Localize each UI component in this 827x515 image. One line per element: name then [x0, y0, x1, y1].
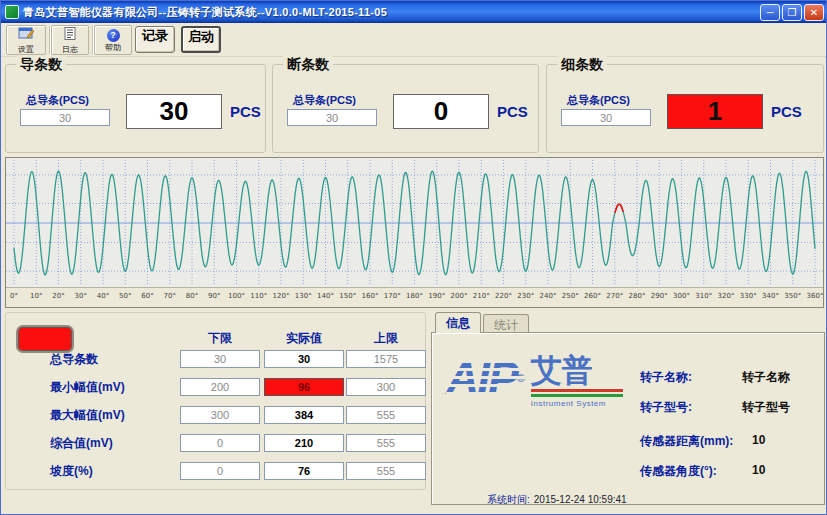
info-tab-content: AIP® 艾普 Instrument System 转子名称: 转子名称 转子型…	[431, 332, 825, 505]
fail-indicator-led	[16, 325, 74, 353]
x-axis-tick-label: 250°	[562, 292, 579, 300]
minimize-button-icon[interactable]: ─	[760, 4, 780, 21]
x-axis-tick-label: 20°	[52, 292, 64, 300]
record-button[interactable]: 记录	[135, 26, 175, 53]
actual-value-header: 实际值	[264, 330, 344, 347]
settings-button[interactable]: 设置	[6, 25, 46, 55]
upper-limit-cell[interactable]: 1575	[346, 350, 426, 368]
settings-icon	[18, 26, 34, 44]
toolbar: 设置 日志 ? 帮助 记录 启动	[1, 23, 827, 57]
toolbar-separator	[49, 26, 50, 54]
x-axis-tick-label: 180°	[406, 292, 423, 300]
actual-value-cell: 76	[264, 462, 344, 480]
results-panel: 下限 实际值 上限 总导条数 30 30 1575 最小幅值(mV) 200 9…	[5, 312, 426, 490]
help-icon: ?	[107, 29, 120, 42]
x-axis-tick-label: 40°	[97, 292, 109, 300]
help-button[interactable]: ? 帮助	[94, 25, 132, 55]
tab-info[interactable]: 信息	[435, 312, 481, 333]
actual-value-cell: 96	[264, 378, 344, 396]
upper-limit-cell[interactable]: 300	[346, 378, 426, 396]
actual-value-cell: 30	[264, 350, 344, 368]
actual-value-cell: 210	[264, 434, 344, 452]
x-axis-tick-strip: 0°10°20°30°40°50°60°70°80°90°100°110°120…	[6, 289, 823, 307]
broken-bar-group: 断条数 总导条(PCS) 0 PCS	[272, 64, 539, 153]
lower-limit-cell[interactable]: 300	[180, 406, 260, 424]
x-axis-tick-label: 130°	[295, 292, 312, 300]
x-axis-tick-label: 150°	[339, 292, 356, 300]
x-axis-tick-label: 260°	[584, 292, 601, 300]
app-icon	[5, 5, 19, 19]
x-axis-tick-label: 200°	[451, 292, 468, 300]
total-bars-label: 总导条(PCS)	[26, 93, 89, 108]
bar-count-group-title: 导条数	[16, 56, 66, 74]
upper-limit-cell[interactable]: 555	[346, 434, 426, 452]
restore-button-icon[interactable]: ❐	[782, 4, 802, 21]
log-label: 日志	[62, 45, 78, 54]
x-axis-tick-label: 300°	[673, 292, 690, 300]
result-row-label: 最大幅值(mV)	[50, 406, 178, 424]
x-axis-tick-label: 50°	[119, 292, 131, 300]
lower-limit-cell[interactable]: 200	[180, 378, 260, 396]
system-time: 系统时间:2015-12-24 10:59:41	[487, 493, 627, 507]
close-button-icon[interactable]: ✕	[804, 4, 824, 21]
aip-logo-chinese: 艾普	[531, 355, 623, 387]
actual-value-cell: 384	[264, 406, 344, 424]
window-title: 青岛艾普智能仪器有限公司--压铸转子测试系统--V1.0.0-MLT-2015-…	[23, 5, 760, 20]
x-axis-tick-label: 330°	[740, 292, 757, 300]
total-bars-input[interactable]	[20, 109, 110, 126]
total-bars-label: 总导条(PCS)	[293, 93, 356, 108]
x-axis-tick-label: 350°	[784, 292, 801, 300]
rotor-name-row: 转子名称: 转子名称	[640, 369, 790, 386]
x-axis-tick-label: 110°	[250, 292, 267, 300]
registered-mark: ®	[517, 372, 525, 384]
broken-bar-group-title: 断条数	[283, 56, 333, 74]
x-axis-tick-label: 210°	[473, 292, 490, 300]
x-axis-tick-label: 60°	[141, 292, 153, 300]
toolbar-separator	[92, 26, 93, 54]
thin-bar-group-title: 细条数	[557, 56, 607, 74]
logo-green-bar	[531, 394, 623, 397]
total-bars-input[interactable]	[561, 109, 651, 126]
bar-count-unit: PCS	[230, 103, 261, 120]
rotor-name-label: 转子名称:	[640, 369, 742, 386]
x-axis-tick-label: 160°	[362, 292, 379, 300]
x-axis-tick-label: 320°	[718, 292, 735, 300]
x-axis-tick-label: 0°	[10, 292, 18, 300]
logo-red-bar	[531, 389, 623, 392]
bar-count-display: 30	[126, 94, 222, 129]
rotor-model-value: 转子型号	[742, 399, 790, 416]
rotor-name-value: 转子名称	[742, 369, 790, 386]
lower-limit-cell[interactable]: 0	[180, 462, 260, 480]
upper-limit-cell[interactable]: 555	[346, 462, 426, 480]
upper-limit-cell[interactable]: 555	[346, 406, 426, 424]
x-axis-tick-label: 120°	[273, 292, 290, 300]
x-axis-tick-label: 30°	[75, 292, 87, 300]
x-axis-tick-label: 270°	[606, 292, 623, 300]
x-axis-tick-label: 240°	[540, 292, 557, 300]
waveform-svg	[6, 158, 823, 288]
total-bars-input[interactable]	[287, 109, 377, 126]
x-axis-tick-label: 190°	[428, 292, 445, 300]
settings-label: 设置	[18, 45, 34, 54]
bar-count-group: 导条数 总导条(PCS) 30 PCS	[5, 64, 266, 153]
lower-limit-header: 下限	[180, 330, 260, 347]
x-axis-tick-label: 360°	[807, 292, 824, 300]
x-axis-tick-label: 290°	[651, 292, 668, 300]
result-row-label: 最小幅值(mV)	[50, 378, 178, 396]
broken-bar-unit: PCS	[497, 103, 528, 120]
lower-limit-cell[interactable]: 30	[180, 350, 260, 368]
system-time-value: 2015-12-24 10:59:41	[534, 494, 627, 505]
result-row-label: 总导条数	[50, 350, 178, 368]
result-row-label: 综合值(mV)	[50, 434, 178, 452]
log-button[interactable]: 日志	[51, 25, 89, 55]
tab-statistics[interactable]: 统计	[483, 314, 529, 332]
upper-limit-header: 上限	[346, 330, 426, 347]
log-icon	[64, 26, 76, 44]
start-button[interactable]: 启动	[181, 26, 221, 53]
x-axis-tick-label: 170°	[384, 292, 401, 300]
waveform-plot-area	[6, 158, 823, 288]
app-window: 青岛艾普智能仪器有限公司--压铸转子测试系统--V1.0.0-MLT-2015-…	[0, 0, 827, 515]
lower-limit-cell[interactable]: 0	[180, 434, 260, 452]
aip-logo: AIP® 艾普 Instrument System	[446, 355, 623, 408]
x-axis-tick-label: 90°	[208, 292, 220, 300]
